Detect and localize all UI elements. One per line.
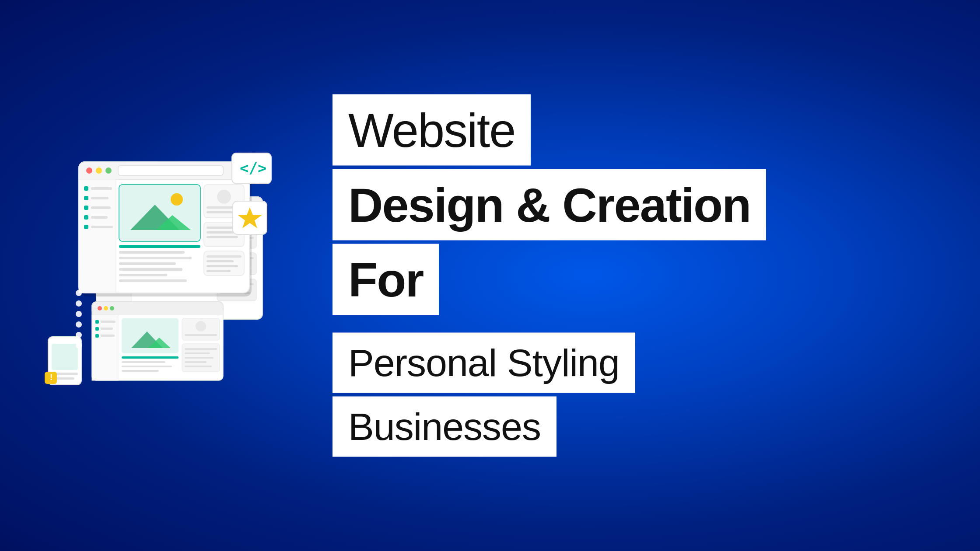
svg-rect-67 <box>119 268 182 271</box>
svg-rect-52 <box>91 197 108 199</box>
svg-point-44 <box>86 167 92 174</box>
svg-rect-51 <box>84 196 88 200</box>
svg-rect-56 <box>91 216 108 219</box>
svg-rect-66 <box>119 262 176 265</box>
svg-rect-88 <box>52 344 78 370</box>
svg-rect-57 <box>84 225 88 229</box>
svg-point-98 <box>76 342 82 349</box>
headline-line-1: Website <box>332 94 531 166</box>
svg-rect-76 <box>206 231 234 234</box>
svg-rect-108 <box>95 327 99 331</box>
svg-rect-73 <box>206 211 234 213</box>
svg-rect-49 <box>84 186 88 191</box>
svg-point-96 <box>76 321 82 328</box>
svg-point-94 <box>76 300 82 307</box>
page-background: </> ! <box>0 0 980 551</box>
svg-rect-69 <box>119 279 187 282</box>
svg-rect-79 <box>206 255 242 258</box>
svg-rect-126 <box>185 361 206 363</box>
svg-rect-125 <box>185 357 214 359</box>
svg-rect-48 <box>79 179 116 293</box>
svg-rect-127 <box>185 366 212 367</box>
svg-point-46 <box>105 167 112 174</box>
svg-rect-64 <box>119 251 185 254</box>
svg-rect-50 <box>91 187 112 190</box>
svg-point-102 <box>98 306 102 310</box>
svg-rect-107 <box>101 321 116 323</box>
svg-text:</>: </> <box>240 159 266 177</box>
hero-illustration: </> ! <box>35 118 306 433</box>
svg-rect-110 <box>95 334 99 338</box>
svg-rect-109 <box>101 328 113 330</box>
svg-rect-68 <box>119 274 167 276</box>
svg-rect-105 <box>92 315 118 380</box>
headline-line-2: Design & Creation <box>332 169 766 241</box>
svg-point-97 <box>76 332 82 338</box>
svg-point-95 <box>76 311 82 317</box>
svg-point-120 <box>196 321 206 331</box>
svg-rect-77 <box>206 236 238 238</box>
svg-rect-121 <box>185 334 217 336</box>
headline-line-5: Businesses <box>332 397 556 457</box>
svg-text:!: ! <box>50 373 52 382</box>
svg-rect-123 <box>185 348 217 350</box>
svg-rect-101 <box>92 310 223 315</box>
svg-rect-55 <box>84 215 88 220</box>
svg-rect-54 <box>91 206 111 209</box>
svg-rect-117 <box>122 366 172 367</box>
svg-rect-81 <box>206 265 238 267</box>
svg-point-45 <box>96 167 102 174</box>
headline-line-3: For <box>332 244 439 315</box>
svg-rect-82 <box>206 270 231 272</box>
svg-rect-124 <box>185 352 210 354</box>
svg-rect-116 <box>122 361 165 363</box>
svg-rect-118 <box>122 370 159 372</box>
svg-rect-65 <box>119 257 192 259</box>
headline-line-4: Personal Styling <box>332 333 635 393</box>
svg-point-62 <box>171 193 183 206</box>
svg-rect-106 <box>95 320 99 324</box>
svg-rect-58 <box>91 226 113 228</box>
svg-point-71 <box>217 190 231 204</box>
svg-rect-90 <box>55 377 74 380</box>
svg-rect-63 <box>119 245 200 248</box>
hero-text-content: Website Design & Creation For Personal S… <box>332 94 766 457</box>
svg-rect-47 <box>118 166 223 175</box>
svg-rect-111 <box>101 335 115 337</box>
svg-point-103 <box>104 306 108 310</box>
svg-rect-80 <box>206 260 234 262</box>
svg-point-104 <box>110 306 114 310</box>
svg-rect-53 <box>84 206 88 210</box>
svg-rect-115 <box>122 356 178 359</box>
svg-point-93 <box>76 290 82 296</box>
